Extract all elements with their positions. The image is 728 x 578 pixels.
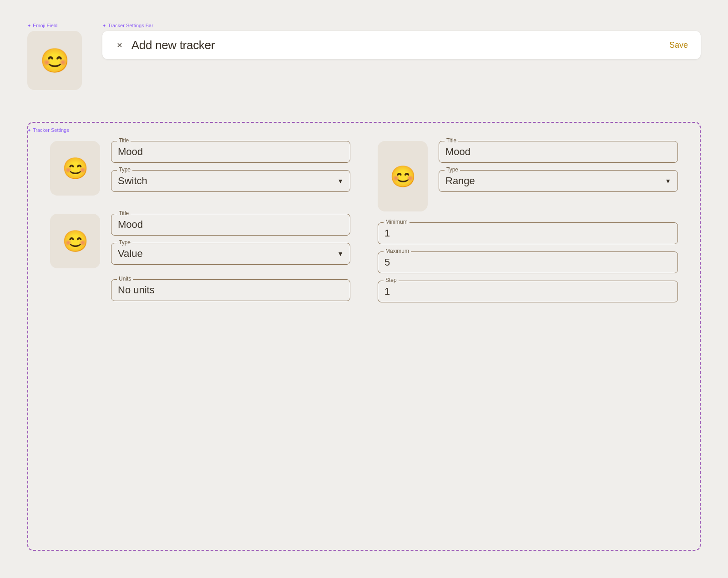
right-fields: Title Mood Type Range ▼ bbox=[439, 141, 678, 192]
numeric-fields: Minimum 1 Maximum 5 Step 1 bbox=[378, 222, 678, 302]
title-field-switch: Title Mood bbox=[111, 141, 350, 163]
minimum-field: Minimum 1 bbox=[378, 222, 678, 244]
title-value-range[interactable]: Mood bbox=[445, 144, 671, 158]
emoji-card-value[interactable]: 😊 bbox=[50, 214, 100, 268]
emoji-card-range[interactable]: 😊 bbox=[378, 141, 428, 211]
tracker-settings-bar-annotation: Tracker Settings Bar bbox=[102, 23, 153, 28]
fields-col-value: Title Mood Type Value ▼ bbox=[111, 214, 350, 265]
emoji-field-annotation: Emoji Field bbox=[27, 23, 57, 28]
units-value[interactable]: No units bbox=[118, 282, 344, 296]
fields-col-switch: Title Mood Type Switch ▼ bbox=[111, 141, 350, 192]
settings-grid: 😊 Title Mood Type Switch ▼ bbox=[50, 141, 678, 302]
type-field-switch[interactable]: Type Switch ▼ bbox=[111, 170, 350, 192]
dropdown-arrow-value: ▼ bbox=[337, 250, 344, 257]
title-label-switch: Title bbox=[117, 137, 131, 144]
step-label: Step bbox=[384, 277, 399, 283]
tracker-item-switch: 😊 Title Mood Type Switch ▼ bbox=[50, 141, 350, 196]
type-value-switch: Switch bbox=[118, 175, 147, 187]
top-emoji-card[interactable]: 😊 bbox=[27, 31, 82, 90]
emoji-switch: 😊 bbox=[62, 156, 88, 181]
minimum-label: Minimum bbox=[384, 219, 410, 225]
units-label: Units bbox=[117, 276, 133, 282]
maximum-value[interactable]: 5 bbox=[384, 255, 671, 268]
dropdown-arrow-range: ▼ bbox=[665, 177, 671, 185]
type-select-value[interactable]: Value ▼ bbox=[118, 246, 344, 260]
title-field-range: Title Mood bbox=[439, 141, 678, 163]
save-button[interactable]: Save bbox=[669, 40, 688, 50]
minimum-value[interactable]: 1 bbox=[384, 226, 671, 239]
units-field: Units No units bbox=[111, 279, 350, 301]
emoji-card-switch[interactable]: 😊 bbox=[50, 141, 100, 196]
close-button[interactable]: × bbox=[115, 38, 124, 52]
type-label-value: Type bbox=[117, 239, 132, 246]
left-column: 😊 Title Mood Type Switch ▼ bbox=[50, 141, 350, 302]
type-field-range[interactable]: Type Range ▼ bbox=[439, 170, 678, 192]
annotation-star-icon2: Tracker Settings Bar bbox=[108, 23, 153, 28]
maximum-label: Maximum bbox=[384, 248, 411, 254]
type-label-switch: Type bbox=[117, 166, 132, 173]
dropdown-arrow-switch: ▼ bbox=[337, 177, 344, 185]
tracker-settings-container: 😊 Title Mood Type Switch ▼ bbox=[27, 122, 701, 551]
type-select-range[interactable]: Range ▼ bbox=[445, 173, 671, 187]
type-value-range: Range bbox=[445, 175, 475, 187]
tracker-title: Add new tracker bbox=[131, 38, 215, 52]
tracker-item-range: 😊 Title Mood Type Range ▼ bbox=[378, 141, 678, 211]
right-column: 😊 Title Mood Type Range ▼ bbox=[378, 141, 678, 302]
title-field-value: Title Mood bbox=[111, 214, 350, 236]
close-icon: × bbox=[117, 40, 122, 50]
step-value[interactable]: 1 bbox=[384, 284, 671, 297]
tracker-item-value: 😊 Title Mood Type Value ▼ bbox=[50, 214, 350, 268]
type-value-value: Value bbox=[118, 248, 143, 260]
type-select-switch[interactable]: Switch ▼ bbox=[118, 173, 344, 187]
emoji-value: 😊 bbox=[62, 229, 88, 253]
tracker-settings-bar: × Add new tracker Save bbox=[102, 31, 701, 59]
step-field: Step 1 bbox=[378, 281, 678, 302]
top-emoji: 😊 bbox=[40, 47, 70, 75]
title-label-value: Title bbox=[117, 210, 131, 216]
title-label-range: Title bbox=[445, 137, 458, 144]
maximum-field: Maximum 5 bbox=[378, 251, 678, 273]
emoji-range: 😊 bbox=[390, 164, 416, 189]
type-field-value[interactable]: Type Value ▼ bbox=[111, 243, 350, 265]
title-value-switch[interactable]: Mood bbox=[118, 144, 344, 158]
annotation-star-icon: Emoji Field bbox=[33, 23, 57, 28]
type-label-range: Type bbox=[445, 166, 460, 173]
title-value-value[interactable]: Mood bbox=[118, 217, 344, 231]
